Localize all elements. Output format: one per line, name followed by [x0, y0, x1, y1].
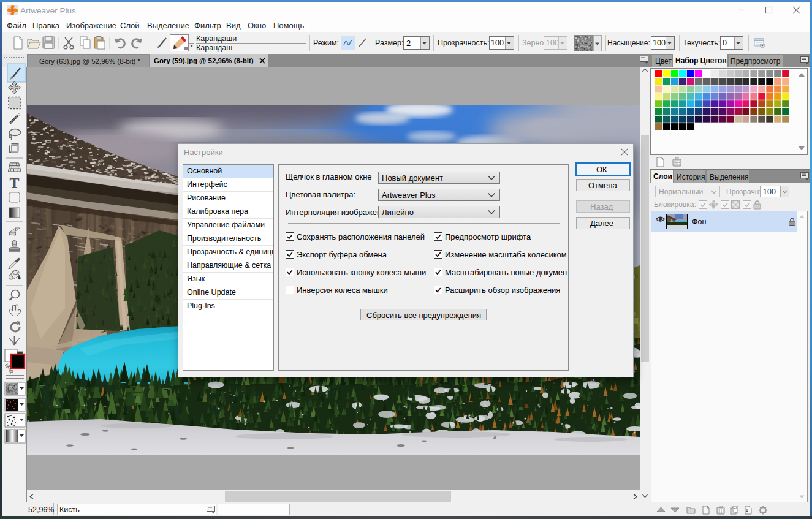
svg-text:T: T	[9, 175, 19, 191]
